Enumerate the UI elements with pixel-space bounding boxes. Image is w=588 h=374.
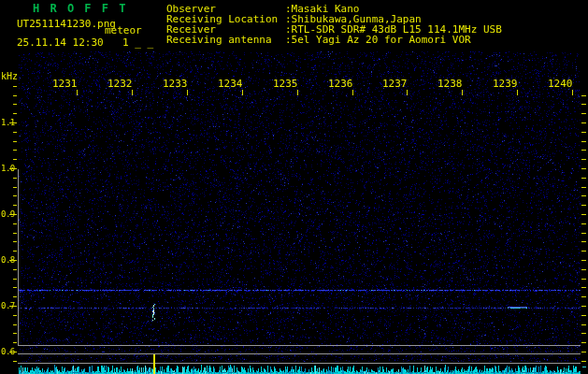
time-axis-label: 1234 — [218, 79, 243, 89]
time-axis-label: 1238 — [437, 79, 463, 89]
timestamp: 25.11.14 12:30 — [17, 37, 104, 48]
spectrogram-canvas — [0, 0, 588, 374]
freq-axis-label: 0.9 — [1, 209, 15, 219]
app-title: H R O F F T — [33, 4, 127, 14]
time-axis-label: 1236 — [328, 79, 353, 89]
time-axis-label: 1231 — [52, 79, 78, 89]
time-axis-label: 1237 — [382, 79, 408, 89]
freq-axis-label: 0.6 — [1, 347, 15, 356]
freq-axis-label: 0.8 — [1, 255, 15, 265]
time-axis-label: 1239 — [493, 79, 518, 89]
time-axis-label: 1235 — [273, 79, 298, 89]
freq-axis-unit: kHz — [1, 71, 18, 81]
freq-axis-label: 0.7 — [1, 301, 15, 310]
freq-axis-label: 1.0 — [1, 164, 15, 173]
hrofft-window: H R O F F T UT2511141230.png meteor 25.1… — [0, 0, 588, 374]
mode-label: meteor — [105, 25, 142, 36]
freq-axis-label: 1.1 — [1, 118, 15, 127]
time-axis-label: 1232 — [108, 79, 133, 89]
field-value-antenna: :5el Yagi Az 20 for Aomori VOR — [285, 35, 471, 45]
output-filename: UT2511141230.png — [17, 19, 116, 29]
time-axis-label: 1240 — [548, 79, 573, 89]
field-label-antenna: Receiving antenna — [166, 35, 272, 45]
time-axis-label: 1233 — [163, 79, 188, 89]
echo-counter: 1 _ _ — [122, 37, 153, 48]
